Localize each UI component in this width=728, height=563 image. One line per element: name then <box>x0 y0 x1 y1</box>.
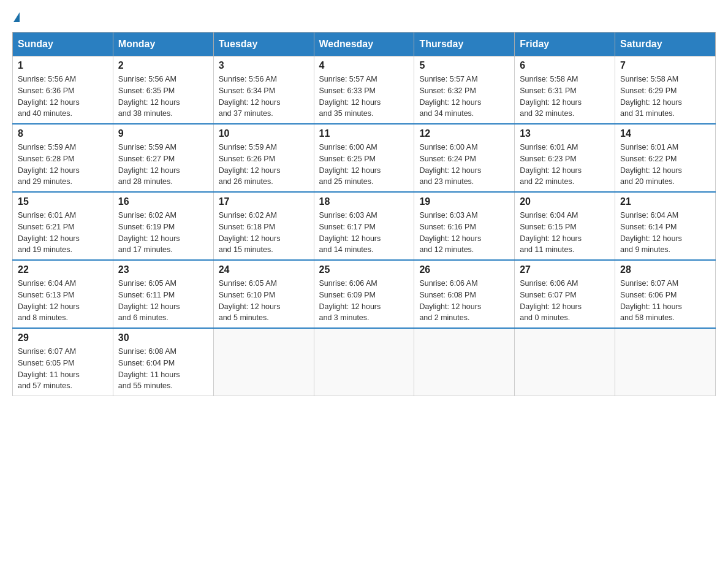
day-number: 30 <box>118 332 208 343</box>
table-row: 1Sunrise: 5:56 AMSunset: 6:36 PMDaylight… <box>13 56 113 124</box>
day-info: Sunrise: 6:04 AMSunset: 6:13 PMDaylight:… <box>18 278 108 324</box>
day-info: Sunrise: 6:02 AMSunset: 6:19 PMDaylight:… <box>118 210 208 256</box>
table-row: 26Sunrise: 6:06 AMSunset: 6:08 PMDayligh… <box>414 260 515 328</box>
day-info: Sunrise: 6:01 AMSunset: 6:23 PMDaylight:… <box>520 142 610 188</box>
header-monday: Monday <box>113 33 213 56</box>
day-info: Sunrise: 6:05 AMSunset: 6:10 PMDaylight:… <box>219 278 309 324</box>
day-number: 15 <box>18 196 108 207</box>
day-number: 28 <box>620 264 710 275</box>
table-row: 6Sunrise: 5:58 AMSunset: 6:31 PMDaylight… <box>515 56 615 124</box>
day-number: 25 <box>319 264 409 275</box>
day-number: 5 <box>419 60 509 71</box>
day-info: Sunrise: 6:03 AMSunset: 6:16 PMDaylight:… <box>419 210 509 256</box>
table-row: 19Sunrise: 6:03 AMSunset: 6:16 PMDayligh… <box>414 192 515 260</box>
day-number: 20 <box>520 196 610 207</box>
day-number: 9 <box>118 128 208 139</box>
table-row: 23Sunrise: 6:05 AMSunset: 6:11 PMDayligh… <box>113 260 213 328</box>
logo <box>12 12 20 22</box>
table-row: 18Sunrise: 6:03 AMSunset: 6:17 PMDayligh… <box>314 192 414 260</box>
day-info: Sunrise: 5:57 AMSunset: 6:33 PMDaylight:… <box>319 74 409 120</box>
day-info: Sunrise: 5:56 AMSunset: 6:36 PMDaylight:… <box>18 74 108 120</box>
day-number: 2 <box>118 60 208 71</box>
table-row: 29Sunrise: 6:07 AMSunset: 6:05 PMDayligh… <box>13 328 113 396</box>
table-row: 24Sunrise: 6:05 AMSunset: 6:10 PMDayligh… <box>213 260 314 328</box>
day-number: 4 <box>319 60 409 71</box>
table-row <box>615 328 716 396</box>
day-info: Sunrise: 6:01 AMSunset: 6:21 PMDaylight:… <box>18 210 108 256</box>
day-number: 7 <box>620 60 710 71</box>
table-row: 16Sunrise: 6:02 AMSunset: 6:19 PMDayligh… <box>113 192 213 260</box>
day-info: Sunrise: 6:06 AMSunset: 6:09 PMDaylight:… <box>319 278 409 324</box>
day-info: Sunrise: 6:08 AMSunset: 6:04 PMDaylight:… <box>118 346 208 392</box>
table-row <box>314 328 414 396</box>
calendar-table: Sunday Monday Tuesday Wednesday Thursday… <box>12 32 716 396</box>
table-row: 17Sunrise: 6:02 AMSunset: 6:18 PMDayligh… <box>213 192 314 260</box>
day-number: 26 <box>419 264 509 275</box>
header-saturday: Saturday <box>615 33 716 56</box>
table-row: 30Sunrise: 6:08 AMSunset: 6:04 PMDayligh… <box>113 328 213 396</box>
header-tuesday: Tuesday <box>213 33 314 56</box>
day-info: Sunrise: 5:58 AMSunset: 6:29 PMDaylight:… <box>620 74 710 120</box>
calendar-week-row: 15Sunrise: 6:01 AMSunset: 6:21 PMDayligh… <box>13 192 716 260</box>
header-thursday: Thursday <box>414 33 515 56</box>
day-number: 8 <box>18 128 108 139</box>
day-info: Sunrise: 5:56 AMSunset: 6:35 PMDaylight:… <box>118 74 208 120</box>
day-number: 13 <box>520 128 610 139</box>
table-row: 12Sunrise: 6:00 AMSunset: 6:24 PMDayligh… <box>414 124 515 192</box>
day-info: Sunrise: 6:05 AMSunset: 6:11 PMDaylight:… <box>118 278 208 324</box>
day-info: Sunrise: 5:57 AMSunset: 6:32 PMDaylight:… <box>419 74 509 120</box>
table-row: 27Sunrise: 6:06 AMSunset: 6:07 PMDayligh… <box>515 260 615 328</box>
day-number: 22 <box>18 264 108 275</box>
table-row: 2Sunrise: 5:56 AMSunset: 6:35 PMDaylight… <box>113 56 213 124</box>
page-header <box>12 12 716 22</box>
day-number: 23 <box>118 264 208 275</box>
table-row: 5Sunrise: 5:57 AMSunset: 6:32 PMDaylight… <box>414 56 515 124</box>
table-row: 25Sunrise: 6:06 AMSunset: 6:09 PMDayligh… <box>314 260 414 328</box>
table-row <box>414 328 515 396</box>
header-sunday: Sunday <box>13 33 113 56</box>
day-info: Sunrise: 6:07 AMSunset: 6:06 PMDaylight:… <box>620 278 710 324</box>
table-row: 9Sunrise: 5:59 AMSunset: 6:27 PMDaylight… <box>113 124 213 192</box>
day-number: 17 <box>219 196 309 207</box>
day-info: Sunrise: 6:01 AMSunset: 6:22 PMDaylight:… <box>620 142 710 188</box>
table-row: 11Sunrise: 6:00 AMSunset: 6:25 PMDayligh… <box>314 124 414 192</box>
table-row: 20Sunrise: 6:04 AMSunset: 6:15 PMDayligh… <box>515 192 615 260</box>
day-number: 21 <box>620 196 710 207</box>
day-number: 24 <box>219 264 309 275</box>
table-row: 13Sunrise: 6:01 AMSunset: 6:23 PMDayligh… <box>515 124 615 192</box>
day-number: 12 <box>419 128 509 139</box>
day-info: Sunrise: 6:03 AMSunset: 6:17 PMDaylight:… <box>319 210 409 256</box>
day-info: Sunrise: 6:00 AMSunset: 6:25 PMDaylight:… <box>319 142 409 188</box>
day-info: Sunrise: 6:07 AMSunset: 6:05 PMDaylight:… <box>18 346 108 392</box>
logo-triangle-icon <box>13 12 20 22</box>
table-row: 10Sunrise: 5:59 AMSunset: 6:26 PMDayligh… <box>213 124 314 192</box>
table-row <box>213 328 314 396</box>
day-info: Sunrise: 5:59 AMSunset: 6:26 PMDaylight:… <box>219 142 309 188</box>
day-number: 18 <box>319 196 409 207</box>
day-number: 19 <box>419 196 509 207</box>
calendar-week-row: 1Sunrise: 5:56 AMSunset: 6:36 PMDaylight… <box>13 56 716 124</box>
day-number: 16 <box>118 196 208 207</box>
day-info: Sunrise: 6:00 AMSunset: 6:24 PMDaylight:… <box>419 142 509 188</box>
day-number: 11 <box>319 128 409 139</box>
day-number: 27 <box>520 264 610 275</box>
header-friday: Friday <box>515 33 615 56</box>
day-number: 14 <box>620 128 710 139</box>
day-number: 1 <box>18 60 108 71</box>
table-row: 14Sunrise: 6:01 AMSunset: 6:22 PMDayligh… <box>615 124 716 192</box>
day-number: 10 <box>219 128 309 139</box>
day-info: Sunrise: 5:59 AMSunset: 6:27 PMDaylight:… <box>118 142 208 188</box>
calendar-week-row: 8Sunrise: 5:59 AMSunset: 6:28 PMDaylight… <box>13 124 716 192</box>
day-number: 6 <box>520 60 610 71</box>
calendar-week-row: 22Sunrise: 6:04 AMSunset: 6:13 PMDayligh… <box>13 260 716 328</box>
day-number: 29 <box>18 332 108 343</box>
day-info: Sunrise: 5:56 AMSunset: 6:34 PMDaylight:… <box>219 74 309 120</box>
table-row: 8Sunrise: 5:59 AMSunset: 6:28 PMDaylight… <box>13 124 113 192</box>
table-row: 4Sunrise: 5:57 AMSunset: 6:33 PMDaylight… <box>314 56 414 124</box>
day-info: Sunrise: 5:59 AMSunset: 6:28 PMDaylight:… <box>18 142 108 188</box>
day-info: Sunrise: 6:06 AMSunset: 6:08 PMDaylight:… <box>419 278 509 324</box>
day-info: Sunrise: 6:02 AMSunset: 6:18 PMDaylight:… <box>219 210 309 256</box>
day-number: 3 <box>219 60 309 71</box>
day-info: Sunrise: 6:04 AMSunset: 6:15 PMDaylight:… <box>520 210 610 256</box>
day-info: Sunrise: 6:06 AMSunset: 6:07 PMDaylight:… <box>520 278 610 324</box>
